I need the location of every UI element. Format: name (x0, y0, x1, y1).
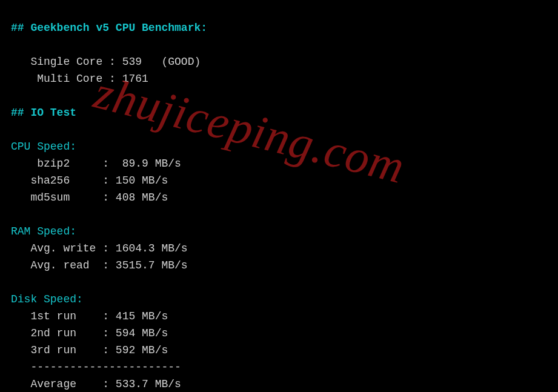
disk-run3-row: 3rd run : 592 MB/s (11, 344, 168, 356)
disk-run1-label: 1st run : (11, 310, 116, 322)
single-core-label: Single Core : (11, 56, 122, 68)
ram-write-row: Avg. write : 1604.3 MB/s (11, 242, 188, 254)
md5sum-value: 408 MB/s (116, 191, 168, 204)
sha256-label: sha256 : (11, 174, 116, 187)
disk-avg-label: Average : (11, 378, 116, 390)
disk-run1-value: 415 MB/s (116, 310, 168, 322)
sha256-value: 150 MB/s (116, 174, 168, 187)
disk-run3-value: 592 MB/s (116, 344, 168, 356)
heading-geekbench: ## Geekbench v5 CPU Benchmark: (11, 22, 207, 34)
heading-iotest: ## IO Test (11, 107, 76, 119)
ram-write-value: 1604.3 MB/s (116, 242, 188, 254)
bzip2-value: 89.9 MB/s (122, 158, 181, 170)
ram-read-value: 3515.7 MB/s (116, 259, 188, 271)
ram-write-label: Avg. write : (11, 242, 116, 254)
disk-run3-label: 3rd run : (11, 344, 116, 356)
heading-diskspeed: Disk Speed: (11, 293, 83, 305)
md5sum-row: md5sum : 408 MB/s (11, 191, 168, 204)
heading-cpuspeed: CPU Speed: (11, 141, 76, 153)
terminal-output: ## Geekbench v5 CPU Benchmark: Single Co… (0, 0, 558, 392)
ram-read-row: Avg. read : 3515.7 MB/s (11, 259, 188, 271)
disk-avg-value: 533.7 MB/s (116, 378, 181, 390)
bzip2-row: bzip2 : 89.9 MB/s (11, 158, 181, 170)
single-core-value: 539 (GOOD) (122, 56, 201, 68)
multi-core-value: 1761 (122, 73, 148, 85)
sha256-row: sha256 : 150 MB/s (11, 174, 168, 187)
multi-core-label: Multi Core : (11, 73, 122, 85)
disk-run2-label: 2nd run : (11, 327, 116, 339)
ram-read-label: Avg. read : (11, 259, 116, 271)
multi-core-row: Multi Core : 1761 (11, 73, 148, 85)
single-core-row: Single Core : 539 (GOOD) (11, 56, 201, 68)
disk-run1-row: 1st run : 415 MB/s (11, 310, 168, 322)
disk-run2-row: 2nd run : 594 MB/s (11, 327, 168, 339)
disk-avg-row: Average : 533.7 MB/s (11, 378, 181, 390)
heading-ramspeed: RAM Speed: (11, 225, 76, 238)
md5sum-label: md5sum : (11, 191, 116, 204)
disk-run2-value: 594 MB/s (116, 327, 168, 339)
disk-separator: ----------------------- (11, 361, 181, 373)
bzip2-label: bzip2 : (11, 158, 122, 170)
